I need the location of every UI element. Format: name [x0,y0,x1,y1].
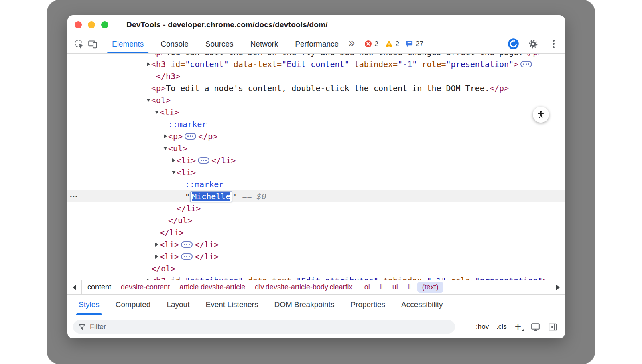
inline-expand-icon[interactable] [181,241,193,248]
settings-button[interactable] [526,37,540,51]
zoom-window-button[interactable] [101,21,108,28]
tab-computed[interactable]: Computed [108,295,159,315]
inline-expand-icon[interactable] [520,61,532,67]
breadcrumb-item[interactable]: div.devsite-article-body.clearfix. [250,283,359,291]
styles-tabs: StylesComputedLayoutEvent ListenersDOM B… [67,294,565,315]
inspect-element-button[interactable] [72,37,86,51]
collapse-triangle-icon[interactable] [154,111,160,114]
tree-row[interactable]: <li> [67,166,565,178]
breadcrumb-item[interactable]: ul [388,283,403,291]
tab-properties[interactable]: Properties [342,295,393,315]
tree-row[interactable]: </h3> [67,70,565,82]
tree-row[interactable]: <ul> [67,142,565,154]
element-classes-button[interactable]: .cls [494,321,509,332]
breadcrumb-item[interactable]: content [83,283,116,291]
tree-segment: </li> [195,252,219,261]
tree-segment: To edit a node's content, double-click t… [166,83,490,93]
breadcrumb-item[interactable]: article.devsite-article [175,283,250,291]
dom-tree: <p>You can edit the DOM on the fly and s… [67,54,565,280]
gear-icon [528,39,538,49]
collapse-triangle-icon[interactable] [146,99,151,102]
tab-network[interactable]: Network [242,34,287,53]
breadcrumb-scroll-right-button[interactable] [551,280,565,294]
tree-row[interactable]: <h3 id="attributes" data-text="Edit attr… [67,275,565,280]
inline-expand-icon[interactable] [185,133,196,140]
tab-dom-breakpoints[interactable]: DOM Breakpoints [266,295,342,315]
error-badge[interactable]: 2 [364,40,378,48]
tree-indent [67,184,179,185]
toggle-element-state-button[interactable]: :hov [474,321,491,332]
tree-row[interactable]: </li> [67,226,565,239]
collapse-triangle-icon[interactable] [171,171,177,174]
tree-row[interactable]: ::marker [67,178,565,190]
inline-expand-icon[interactable] [181,253,193,260]
tree-row[interactable]: <li></li> [67,239,565,251]
messages-badge[interactable]: 27 [406,40,423,48]
tree-row[interactable]: ::marker [67,118,565,130]
tree-row[interactable]: </ol> [67,263,565,275]
error-icon [364,40,372,48]
close-window-button[interactable] [75,21,82,28]
tab-event-listeners[interactable]: Event Listeners [197,295,266,315]
filter-input[interactable]: Filter [73,320,455,334]
text-edit-box[interactable]: Michelle [190,191,232,202]
expand-triangle-icon[interactable] [146,62,151,66]
tree-row[interactable]: <p>To edit a node's content, double-clic… [67,82,565,94]
toggle-device-toolbar-button[interactable] [86,37,100,51]
device-toolbar-icon [87,39,98,49]
accessibility-helper-button[interactable] [533,107,549,123]
tree-row[interactable]: <li> [67,106,565,118]
tree-row[interactable]: <h3 id="content" data-text="Edit content… [67,58,565,70]
devtools-toolbar: ElementsConsoleSourcesNetworkPerformance… [67,34,565,54]
inline-expand-icon[interactable] [198,157,209,164]
tree-row[interactable]: <ol> [67,94,565,106]
breadcrumb-scroll-left-button[interactable] [67,280,82,294]
tree-segment: <ol> [151,95,171,105]
tree-segment: "content" [185,59,228,69]
sync-button[interactable] [506,37,520,51]
menu-button[interactable] [547,37,560,51]
tree-row[interactable]: <p></p> [67,130,565,142]
expand-triangle-icon[interactable] [154,243,160,247]
expand-triangle-icon[interactable] [163,134,168,138]
tree-segment: == [237,192,256,201]
tree-row[interactable]: </li> [67,202,565,214]
tab-styles[interactable]: Styles [71,295,108,315]
breadcrumb-item[interactable]: ol [360,283,375,291]
expand-triangle-icon[interactable] [171,158,177,162]
tree-row[interactable]: <li></li> [67,154,565,166]
messages-count: 27 [416,40,423,48]
breadcrumb-item[interactable]: (text) [417,282,443,293]
breadcrumb-item[interactable]: devsite-content [116,283,175,291]
show-sidebar-button[interactable] [546,320,559,334]
tree-row[interactable]: …"Michelle" == $0 [67,190,565,202]
minimize-window-button[interactable] [88,21,95,28]
tab-performance[interactable]: Performance [286,34,347,53]
expand-triangle-icon[interactable] [146,279,151,280]
breadcrumb-item[interactable]: li [375,283,388,291]
tree-segment: data-text= [243,276,296,280]
expand-triangle-icon[interactable] [154,255,160,259]
tree-indent [67,172,171,173]
toggle-rendering-button[interactable] [528,320,542,334]
more-tabs-button[interactable]: » [349,37,355,49]
new-style-rule-button[interactable]: + [512,322,525,332]
tab-elements[interactable]: Elements [104,34,152,53]
tab-layout[interactable]: Layout [158,295,197,315]
tab-console[interactable]: Console [152,34,197,53]
breadcrumb-item[interactable]: li [403,283,416,291]
tree-row[interactable]: <p>You can edit the DOM on the fly and s… [67,54,565,58]
show-sidebar-icon [548,322,558,332]
tab-sources[interactable]: Sources [197,34,242,53]
tab-accessibility[interactable]: Accessibility [393,295,451,315]
tree-row[interactable]: <li></li> [67,251,565,263]
row-options-icon[interactable]: … [69,189,78,199]
collapse-triangle-icon[interactable] [163,147,168,150]
tree-row[interactable]: </ul> [67,214,565,226]
warning-badge[interactable]: 2 [385,40,399,48]
tree-segment: </p> [490,83,509,93]
tree-segment: <p> [151,83,166,93]
tree-indent [67,245,154,245]
tree-segment: You can edit the DOM on the fly and see … [166,54,523,57]
filter-funnel-icon [78,323,86,331]
